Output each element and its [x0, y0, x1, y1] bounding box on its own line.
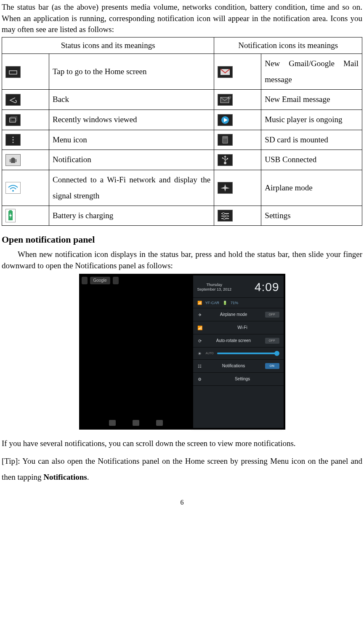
panel-day: Thursday: [207, 283, 223, 287]
table-row: Tap to go to the Home screen New Gmail/G…: [2, 54, 362, 90]
wifi-small-icon: 📶: [197, 325, 202, 330]
table-row: Battery is charging Settings: [2, 206, 362, 226]
tip-bold: Notifications: [43, 473, 87, 481]
brightness-icon: ☀: [197, 351, 202, 356]
toggle-off[interactable]: OFF: [265, 312, 279, 318]
panel-row-label: Notifications: [206, 363, 262, 369]
table-cell: Tap to go to the Home screen: [49, 54, 214, 90]
svg-point-29: [226, 215, 228, 217]
after-paragraph-2: [Tip]: You can also open the Notificatio…: [2, 453, 362, 485]
table-cell: Notification: [49, 150, 214, 170]
table-row: Menu icon SD card is mounted: [2, 130, 362, 150]
table-cell: New Gmail/Google Mail message: [261, 54, 362, 90]
charging-icon: [5, 209, 16, 222]
svg-point-8: [13, 137, 14, 138]
usb-icon: [218, 154, 233, 166]
table-cell: Recently windows viewed: [49, 110, 214, 130]
after-paragraph-1: If you have several notifications, you c…: [2, 436, 362, 452]
mic-icon: [113, 277, 119, 284]
rotate-icon: ⟳: [197, 338, 202, 343]
table-cell: New Email message: [261, 90, 362, 110]
tip-text-b: .: [87, 473, 89, 481]
sd-icon: [218, 134, 233, 146]
screenshot-taskbar: [82, 419, 191, 427]
home-icon: [5, 66, 21, 78]
gmail-icon: [218, 66, 233, 78]
table-cell: SD card is mounted: [261, 130, 362, 150]
panel-wifi-name: YF-CAR: [205, 300, 220, 306]
table-cell: Battery is charging: [49, 206, 214, 226]
airplane-small-icon: ✈: [197, 312, 202, 317]
back-icon: [5, 94, 21, 106]
svg-point-10: [13, 142, 14, 143]
table-header-right: Notification icons its meanings: [214, 37, 362, 54]
svg-point-31: [223, 218, 226, 220]
icons-table: Status icons and its meanings Notificati…: [2, 37, 362, 226]
table-row: Notification USB Connected: [2, 150, 362, 170]
table-row: Connected to a Wi-Fi network and display…: [2, 170, 362, 206]
svg-point-19: [222, 157, 223, 158]
svg-rect-14: [11, 159, 15, 163]
svg-rect-5: [11, 117, 17, 121]
battery-small-icon: 🔋: [223, 300, 227, 306]
panel-clock: 4:09: [255, 279, 279, 295]
table-cell: Airplane mode: [261, 170, 362, 206]
svg-text:@: @: [228, 96, 231, 99]
table-cell: USB Connected: [261, 150, 362, 170]
brightness-slider[interactable]: [217, 353, 279, 354]
notification-panel: Thursday September 13, 2012 4:09 📶 YF-CA…: [193, 275, 284, 428]
toggle-on[interactable]: ON: [265, 363, 279, 369]
page-number: 6: [2, 498, 362, 507]
google-g-icon: [82, 277, 88, 284]
svg-point-27: [223, 213, 225, 215]
recent-nav-icon: [156, 420, 163, 426]
table-cell: Connected to a Wi-Fi network and display…: [49, 170, 214, 206]
table-cell: Settings: [261, 206, 362, 226]
email-icon: @: [218, 94, 233, 106]
panel-row-settings[interactable]: ⚙ Settings: [193, 373, 284, 386]
recent-icon: [5, 114, 21, 126]
airplane-icon: [218, 182, 233, 194]
svg-rect-20: [227, 158, 228, 159]
panel-row-notifications[interactable]: ☷ Notifications ON: [193, 360, 284, 373]
section-heading: Open notification panel: [2, 233, 362, 246]
intro-paragraph: The status bar (as the above) presents m…: [2, 2, 362, 35]
back-nav-icon: [109, 420, 116, 426]
svg-rect-16: [16, 159, 16, 162]
settings-small-icon: ⚙: [197, 377, 202, 382]
notification-panel-screenshot: Google Thursday September 13, 2012 4:09 …: [79, 274, 285, 430]
panel-row-label: Settings: [206, 376, 279, 382]
table-cell: Menu icon: [49, 130, 214, 150]
toggle-off[interactable]: OFF: [265, 338, 279, 344]
panel-row-label: Wi-Fi: [206, 325, 279, 331]
menu-icon: [5, 134, 21, 146]
wifi-icon: [5, 182, 21, 194]
panel-row-label: Auto-rotate screen: [206, 338, 262, 344]
table-cell: Back: [49, 90, 214, 110]
panel-row-label: Airplane mode: [206, 312, 262, 318]
panel-row-rotate[interactable]: ⟳ Auto-rotate screen OFF: [193, 334, 284, 347]
panel-row-brightness[interactable]: ☀ AUTO: [193, 347, 284, 360]
table-header-left: Status icons and its meanings: [2, 37, 214, 54]
settings-icon: [218, 210, 233, 222]
panel-status-row: 📶 YF-CAR 🔋 71%: [193, 298, 284, 309]
svg-point-22: [12, 190, 14, 192]
panel-row-wifi[interactable]: 📶 Wi-Fi: [193, 321, 284, 334]
svg-rect-24: [9, 210, 12, 211]
panel-row-airplane[interactable]: ✈ Airplane mode OFF: [193, 308, 284, 321]
panel-auto-label: AUTO: [206, 351, 214, 355]
notifications-small-icon: ☷: [197, 363, 202, 369]
wifi-small-icon: 📶: [197, 300, 202, 306]
svg-point-9: [13, 139, 14, 141]
panel-battery-pct: 71%: [231, 300, 238, 306]
svg-rect-4: [10, 118, 16, 122]
section-paragraph: When new notification icon displays in t…: [2, 249, 362, 271]
android-icon: [5, 154, 21, 166]
play-icon: [218, 114, 233, 126]
svg-marker-21: [224, 155, 226, 157]
panel-full-date: September 13, 2012: [197, 287, 232, 291]
table-cell: Music player is ongoing: [261, 110, 362, 130]
table-row: Back @ New Email message: [2, 90, 362, 110]
panel-date: Thursday September 13, 2012: [197, 283, 232, 292]
home-nav-icon: [133, 420, 139, 426]
